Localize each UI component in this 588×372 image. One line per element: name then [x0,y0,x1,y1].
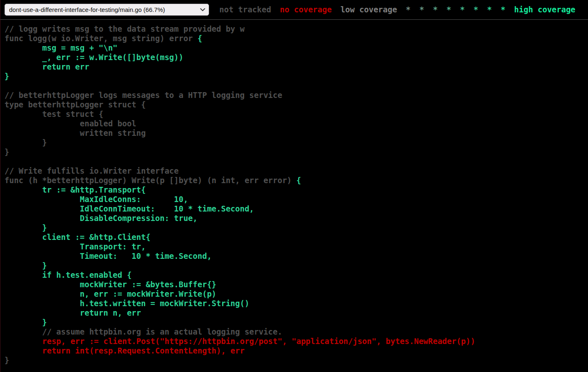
code-segment: msg = msg + "\n" [5,43,118,52]
code-segment: func (h *betterhttpLogger) Write(p []byt… [5,176,296,185]
code-segment: IdleConnTimeout: 10 * time.Second, [5,204,254,213]
legend-coverage-step-7: * [474,5,478,14]
code-segment: // assume httpbin.org is an actual loggi… [5,327,282,336]
code-segment: h.test.written = mockWriter.String() [5,299,249,308]
content: // logg writes msg to the data stream pr… [0,24,588,365]
code-segment: enabled bool [5,119,136,128]
code-segment: tr := &http.Transport{ [5,185,146,194]
coverage-report-page: { "topbar": { "file_select": { "selected… [0,0,588,372]
code-segment: test struct { [5,109,103,119]
code-segment: { [198,34,202,43]
code-segment: { [296,176,301,185]
code-segment: _, err := w.Write([]byte(msg)) [5,53,184,62]
legend-not-tracked: not tracked [219,5,271,14]
code-segment: // logg writes msg to the data stream pr… [5,24,244,33]
code-segment: // Write fulfills io.Writer interface [5,166,179,175]
legend-coverage-step-6: * [460,5,465,14]
legend-high-coverage: high coverage [514,5,576,14]
code-segment: MaxIdleConns: 10, [5,195,188,204]
code-segment: return err [5,62,89,71]
code-segment: func logg(w io.Writer, msg string) error [5,34,198,43]
legend-no-coverage: no coverage [280,5,332,14]
code-segment: } [5,223,47,232]
file-navigator: dont-use-a-different-interface-for-testi… [5,4,209,16]
code-segment: written string [5,128,146,137]
topbar: dont-use-a-different-interface-for-testi… [0,0,588,20]
code-segment: // betterhttpLogger logs messages to a H… [5,91,282,100]
file-select[interactable]: dont-use-a-different-interface-for-testi… [5,4,209,16]
legend-coverage-step-4: * [433,5,437,14]
code-segment: if h.test.enabled { [5,270,132,279]
code-segment: client := &http.Client{ [5,232,151,242]
code-segment: } [5,318,47,327]
legend-low-coverage: low coverage [341,5,397,14]
code-segment: return int(resp.Request.ContentLength), … [5,346,244,355]
code-segment: Timeout: 10 * time.Second, [5,251,211,260]
code-segment: } [5,138,47,147]
code-segment: return n, err [5,308,141,317]
code-segment: DisableCompression: true, [5,214,198,223]
legend-coverage-step-3: * [419,5,424,14]
code-segment: mockWriter := &bytes.Buffer{} [5,280,216,289]
code-segment: resp, err := client.Post("https://httpbi… [5,337,475,346]
code-segment: } [5,261,47,270]
code-segment: } [5,72,9,81]
legend-coverage-step-2: * [406,5,410,14]
code-segment: n, err := mockWriter.Write(p) [5,289,216,298]
legend-coverage-step-9: * [501,5,505,14]
code-segment: Transport: tr, [5,242,146,251]
legend-coverage-step-5: * [446,5,451,14]
code-segment: } [5,147,9,156]
code-segment: } [5,356,9,365]
code-segment: type betterhttpLogger struct { [5,100,146,109]
code-view: // logg writes msg to the data stream pr… [5,24,588,365]
legend-coverage-step-8: * [487,5,492,14]
coverage-legend: not tracked no coverage low coverage * *… [217,5,577,14]
